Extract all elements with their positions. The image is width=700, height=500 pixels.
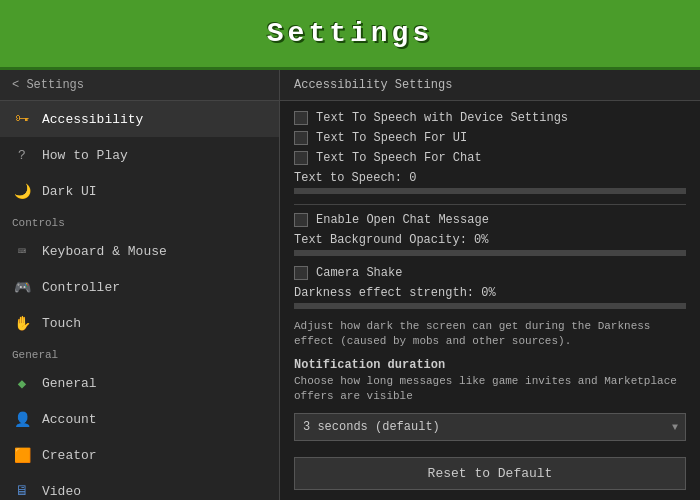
sidebar-item-label: Accessibility — [42, 112, 143, 127]
sidebar-item-label: Creator — [42, 448, 97, 463]
tts-slider[interactable] — [294, 188, 686, 194]
tts-chat-row: Text To Speech For Chat — [294, 151, 686, 165]
notification-section: Notification duration Choose how long me… — [294, 358, 686, 441]
sidebar-item-howtoplay[interactable]: ? How to Play — [0, 137, 279, 173]
sidebar-item-label: Controller — [42, 280, 120, 295]
tts-ui-row: Text To Speech For UI — [294, 131, 686, 145]
darkness-label: Darkness effect strength: 0% — [294, 286, 686, 300]
controls-section-label: Controls — [0, 209, 279, 233]
notification-dropdown[interactable]: 3 seconds (default) 1 second 2 seconds 5… — [294, 413, 686, 441]
breadcrumb[interactable]: < Settings — [0, 70, 279, 101]
breadcrumb-label: < Settings — [12, 78, 84, 92]
keyboard-icon: ⌨ — [12, 241, 32, 261]
bg-opacity-slider[interactable] — [294, 250, 686, 256]
sidebar-item-video[interactable]: 🖥 Video — [0, 473, 279, 500]
sidebar-item-accessibility[interactable]: 🗝 Accessibility — [0, 101, 279, 137]
open-chat-label: Enable Open Chat Message — [316, 213, 489, 227]
general-icon: ◆ — [12, 373, 32, 393]
moon-icon: 🌙 — [12, 181, 32, 201]
page-title: Settings — [267, 18, 433, 49]
sidebar-item-label: Video — [42, 484, 81, 499]
tts-device-label: Text To Speech with Device Settings — [316, 111, 568, 125]
camera-shake-row: Camera Shake — [294, 266, 686, 280]
sidebar-item-label: Dark UI — [42, 184, 97, 199]
app-header: Settings — [0, 0, 700, 70]
tts-device-checkbox[interactable] — [294, 111, 308, 125]
sidebar-item-label: How to Play — [42, 148, 128, 163]
tts-chat-label: Text To Speech For Chat — [316, 151, 482, 165]
controller-icon: 🎮 — [12, 277, 32, 297]
key-icon: 🗝 — [12, 109, 32, 129]
tts-ui-label: Text To Speech For UI — [316, 131, 467, 145]
sidebar-item-label: Account — [42, 412, 97, 427]
notification-dropdown-wrapper: 3 seconds (default) 1 second 2 seconds 5… — [294, 413, 686, 441]
notification-desc: Choose how long messages like game invit… — [294, 374, 686, 405]
camera-shake-checkbox[interactable] — [294, 266, 308, 280]
video-icon: 🖥 — [12, 481, 32, 500]
darkness-description: Adjust how dark the screen can get durin… — [294, 319, 686, 350]
open-chat-checkbox[interactable] — [294, 213, 308, 227]
touch-icon: ✋ — [12, 313, 32, 333]
content-body: Text To Speech with Device Settings Text… — [280, 101, 700, 500]
tts-ui-checkbox[interactable] — [294, 131, 308, 145]
open-chat-row: Enable Open Chat Message — [294, 213, 686, 227]
tts-device-row: Text To Speech with Device Settings — [294, 111, 686, 125]
question-icon: ? — [12, 145, 32, 165]
notification-title: Notification duration — [294, 358, 686, 372]
bg-opacity-label: Text Background Opacity: 0% — [294, 233, 686, 247]
general-section-label: General — [0, 341, 279, 365]
main-container: < Settings 🗝 Accessibility ? How to Play… — [0, 70, 700, 500]
sidebar-item-keyboard[interactable]: ⌨ Keyboard & Mouse — [0, 233, 279, 269]
sidebar-item-label: Keyboard & Mouse — [42, 244, 167, 259]
sidebar-item-darkui[interactable]: 🌙 Dark UI — [0, 173, 279, 209]
sidebar-item-controller[interactable]: 🎮 Controller — [0, 269, 279, 305]
sidebar-item-creator[interactable]: 🟧 Creator — [0, 437, 279, 473]
sidebar: < Settings 🗝 Accessibility ? How to Play… — [0, 70, 280, 500]
reset-button[interactable]: Reset to Default — [294, 457, 686, 490]
tts-slider-label: Text to Speech: 0 — [294, 171, 686, 185]
account-icon: 👤 — [12, 409, 32, 429]
sidebar-item-account[interactable]: 👤 Account — [0, 401, 279, 437]
sidebar-item-label: General — [42, 376, 97, 391]
tts-chat-checkbox[interactable] — [294, 151, 308, 165]
darkness-slider[interactable] — [294, 303, 686, 309]
sidebar-item-label: Touch — [42, 316, 81, 331]
sidebar-item-touch[interactable]: ✋ Touch — [0, 305, 279, 341]
camera-shake-label: Camera Shake — [316, 266, 402, 280]
divider-1 — [294, 204, 686, 205]
creator-icon: 🟧 — [12, 445, 32, 465]
content-panel: Accessibility Settings Text To Speech wi… — [280, 70, 700, 500]
content-header: Accessibility Settings — [280, 70, 700, 101]
sidebar-item-general[interactable]: ◆ General — [0, 365, 279, 401]
